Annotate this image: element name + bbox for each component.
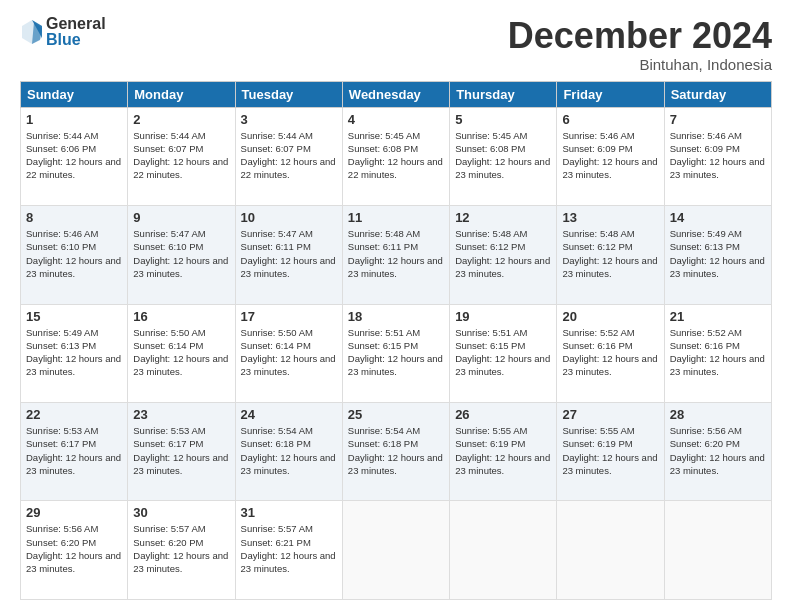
- logo-general: General: [46, 16, 106, 32]
- table-row: 14Sunrise: 5:49 AMSunset: 6:13 PMDayligh…: [664, 206, 771, 304]
- calendar-week-row: 15Sunrise: 5:49 AMSunset: 6:13 PMDayligh…: [21, 304, 772, 402]
- table-row: 19Sunrise: 5:51 AMSunset: 6:15 PMDayligh…: [450, 304, 557, 402]
- day-number: 30: [133, 505, 229, 520]
- table-row: 17Sunrise: 5:50 AMSunset: 6:14 PMDayligh…: [235, 304, 342, 402]
- day-number: 23: [133, 407, 229, 422]
- table-row: 7Sunrise: 5:46 AMSunset: 6:09 PMDaylight…: [664, 107, 771, 205]
- col-monday: Monday: [128, 81, 235, 107]
- col-thursday: Thursday: [450, 81, 557, 107]
- logo-icon: [20, 18, 44, 46]
- calendar-week-row: 1Sunrise: 5:44 AMSunset: 6:06 PMDaylight…: [21, 107, 772, 205]
- calendar-table: Sunday Monday Tuesday Wednesday Thursday…: [20, 81, 772, 600]
- day-number: 21: [670, 309, 766, 324]
- day-number: 12: [455, 210, 551, 225]
- month-title: December 2024: [508, 16, 772, 56]
- table-row: 23Sunrise: 5:53 AMSunset: 6:17 PMDayligh…: [128, 403, 235, 501]
- table-row: 8Sunrise: 5:46 AMSunset: 6:10 PMDaylight…: [21, 206, 128, 304]
- table-row: 22Sunrise: 5:53 AMSunset: 6:17 PMDayligh…: [21, 403, 128, 501]
- day-number: 25: [348, 407, 444, 422]
- day-number: 22: [26, 407, 122, 422]
- calendar-week-row: 22Sunrise: 5:53 AMSunset: 6:17 PMDayligh…: [21, 403, 772, 501]
- day-info: Sunrise: 5:54 AMSunset: 6:18 PMDaylight:…: [348, 424, 444, 477]
- table-row: 18Sunrise: 5:51 AMSunset: 6:15 PMDayligh…: [342, 304, 449, 402]
- day-number: 11: [348, 210, 444, 225]
- day-info: Sunrise: 5:46 AMSunset: 6:09 PMDaylight:…: [562, 129, 658, 182]
- table-row: 28Sunrise: 5:56 AMSunset: 6:20 PMDayligh…: [664, 403, 771, 501]
- day-info: Sunrise: 5:46 AMSunset: 6:10 PMDaylight:…: [26, 227, 122, 280]
- table-row: 25Sunrise: 5:54 AMSunset: 6:18 PMDayligh…: [342, 403, 449, 501]
- table-row: 30Sunrise: 5:57 AMSunset: 6:20 PMDayligh…: [128, 501, 235, 600]
- day-info: Sunrise: 5:56 AMSunset: 6:20 PMDaylight:…: [670, 424, 766, 477]
- col-wednesday: Wednesday: [342, 81, 449, 107]
- day-info: Sunrise: 5:57 AMSunset: 6:21 PMDaylight:…: [241, 522, 337, 575]
- table-row: 9Sunrise: 5:47 AMSunset: 6:10 PMDaylight…: [128, 206, 235, 304]
- logo-blue: Blue: [46, 32, 106, 48]
- calendar-week-row: 29Sunrise: 5:56 AMSunset: 6:20 PMDayligh…: [21, 501, 772, 600]
- table-row: 15Sunrise: 5:49 AMSunset: 6:13 PMDayligh…: [21, 304, 128, 402]
- table-row: 27Sunrise: 5:55 AMSunset: 6:19 PMDayligh…: [557, 403, 664, 501]
- day-number: 15: [26, 309, 122, 324]
- day-info: Sunrise: 5:53 AMSunset: 6:17 PMDaylight:…: [26, 424, 122, 477]
- table-row: 10Sunrise: 5:47 AMSunset: 6:11 PMDayligh…: [235, 206, 342, 304]
- table-row: 3Sunrise: 5:44 AMSunset: 6:07 PMDaylight…: [235, 107, 342, 205]
- day-info: Sunrise: 5:47 AMSunset: 6:11 PMDaylight:…: [241, 227, 337, 280]
- day-info: Sunrise: 5:55 AMSunset: 6:19 PMDaylight:…: [455, 424, 551, 477]
- day-info: Sunrise: 5:45 AMSunset: 6:08 PMDaylight:…: [348, 129, 444, 182]
- col-friday: Friday: [557, 81, 664, 107]
- day-info: Sunrise: 5:48 AMSunset: 6:11 PMDaylight:…: [348, 227, 444, 280]
- day-info: Sunrise: 5:49 AMSunset: 6:13 PMDaylight:…: [670, 227, 766, 280]
- table-row: 11Sunrise: 5:48 AMSunset: 6:11 PMDayligh…: [342, 206, 449, 304]
- day-info: Sunrise: 5:48 AMSunset: 6:12 PMDaylight:…: [455, 227, 551, 280]
- day-info: Sunrise: 5:45 AMSunset: 6:08 PMDaylight:…: [455, 129, 551, 182]
- table-row: 24Sunrise: 5:54 AMSunset: 6:18 PMDayligh…: [235, 403, 342, 501]
- table-row: 26Sunrise: 5:55 AMSunset: 6:19 PMDayligh…: [450, 403, 557, 501]
- day-info: Sunrise: 5:51 AMSunset: 6:15 PMDaylight:…: [455, 326, 551, 379]
- logo: General Blue: [20, 16, 106, 48]
- day-info: Sunrise: 5:51 AMSunset: 6:15 PMDaylight:…: [348, 326, 444, 379]
- table-row: 4Sunrise: 5:45 AMSunset: 6:08 PMDaylight…: [342, 107, 449, 205]
- day-number: 27: [562, 407, 658, 422]
- calendar-week-row: 8Sunrise: 5:46 AMSunset: 6:10 PMDaylight…: [21, 206, 772, 304]
- table-row: 6Sunrise: 5:46 AMSunset: 6:09 PMDaylight…: [557, 107, 664, 205]
- day-number: 4: [348, 112, 444, 127]
- col-tuesday: Tuesday: [235, 81, 342, 107]
- table-row: 5Sunrise: 5:45 AMSunset: 6:08 PMDaylight…: [450, 107, 557, 205]
- day-number: 18: [348, 309, 444, 324]
- day-info: Sunrise: 5:47 AMSunset: 6:10 PMDaylight:…: [133, 227, 229, 280]
- table-row: 1Sunrise: 5:44 AMSunset: 6:06 PMDaylight…: [21, 107, 128, 205]
- table-row: 20Sunrise: 5:52 AMSunset: 6:16 PMDayligh…: [557, 304, 664, 402]
- day-info: Sunrise: 5:49 AMSunset: 6:13 PMDaylight:…: [26, 326, 122, 379]
- day-info: Sunrise: 5:44 AMSunset: 6:06 PMDaylight:…: [26, 129, 122, 182]
- title-block: December 2024 Bintuhan, Indonesia: [508, 16, 772, 73]
- day-number: 31: [241, 505, 337, 520]
- day-number: 29: [26, 505, 122, 520]
- col-saturday: Saturday: [664, 81, 771, 107]
- day-info: Sunrise: 5:52 AMSunset: 6:16 PMDaylight:…: [670, 326, 766, 379]
- table-row: [664, 501, 771, 600]
- table-row: 21Sunrise: 5:52 AMSunset: 6:16 PMDayligh…: [664, 304, 771, 402]
- day-number: 26: [455, 407, 551, 422]
- day-number: 14: [670, 210, 766, 225]
- day-number: 5: [455, 112, 551, 127]
- day-number: 10: [241, 210, 337, 225]
- day-number: 20: [562, 309, 658, 324]
- day-number: 2: [133, 112, 229, 127]
- table-row: 2Sunrise: 5:44 AMSunset: 6:07 PMDaylight…: [128, 107, 235, 205]
- table-row: [342, 501, 449, 600]
- day-info: Sunrise: 5:53 AMSunset: 6:17 PMDaylight:…: [133, 424, 229, 477]
- day-number: 19: [455, 309, 551, 324]
- day-info: Sunrise: 5:52 AMSunset: 6:16 PMDaylight:…: [562, 326, 658, 379]
- day-info: Sunrise: 5:44 AMSunset: 6:07 PMDaylight:…: [241, 129, 337, 182]
- day-info: Sunrise: 5:46 AMSunset: 6:09 PMDaylight:…: [670, 129, 766, 182]
- day-number: 24: [241, 407, 337, 422]
- day-number: 13: [562, 210, 658, 225]
- table-row: [450, 501, 557, 600]
- day-number: 16: [133, 309, 229, 324]
- col-sunday: Sunday: [21, 81, 128, 107]
- header: General Blue December 2024 Bintuhan, Ind…: [20, 16, 772, 73]
- table-row: 31Sunrise: 5:57 AMSunset: 6:21 PMDayligh…: [235, 501, 342, 600]
- day-info: Sunrise: 5:57 AMSunset: 6:20 PMDaylight:…: [133, 522, 229, 575]
- calendar-header-row: Sunday Monday Tuesday Wednesday Thursday…: [21, 81, 772, 107]
- day-info: Sunrise: 5:55 AMSunset: 6:19 PMDaylight:…: [562, 424, 658, 477]
- table-row: 29Sunrise: 5:56 AMSunset: 6:20 PMDayligh…: [21, 501, 128, 600]
